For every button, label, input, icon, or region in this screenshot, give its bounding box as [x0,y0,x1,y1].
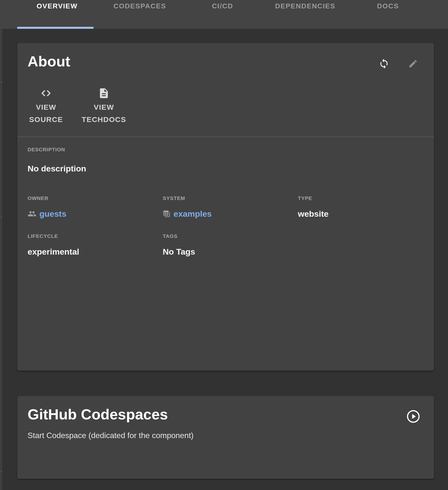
group-icon [28,209,36,218]
lifecycle-value: experimental [28,247,163,257]
sliver-divider [0,471,2,472]
description-label: DESCRIPTION [28,146,86,153]
about-card-actions [378,57,419,70]
table-icon [163,210,171,218]
entity-overview-content: About [0,29,448,490]
edit-pencil-icon [408,59,418,69]
entity-tab-bar: OVERVIEW CODESPACES CI/CD DEPENDENCIES D… [0,0,448,29]
description-section: DESCRIPTION No description [28,146,86,173]
tab-ci-cd[interactable]: CI/CD [181,0,264,29]
type-value: website [298,209,424,219]
tab-overview[interactable]: OVERVIEW [16,0,98,29]
tags-label: TAGS [163,233,298,239]
system-label: SYSTEM [163,195,298,201]
field-lifecycle: LIFECYCLE experimental [28,233,163,257]
tags-value: No Tags [163,247,298,257]
codespaces-card-title: GitHub Codespaces [28,406,168,423]
edit-button[interactable] [407,57,419,70]
tab-overview-label: OVERVIEW [37,2,78,29]
description-value: No description [28,164,86,173]
owner-label: OWNER [28,195,163,201]
field-tags: TAGS No Tags [163,233,298,257]
about-card: About [17,43,434,371]
start-codespace-button[interactable] [406,410,420,423]
lifecycle-label: LIFECYCLE [28,233,163,239]
view-techdocs-button[interactable]: VIEW TECHDOCS [80,87,128,126]
github-codespaces-card: GitHub Codespaces Start Codespace (dedic… [17,396,434,479]
active-tab-indicator [17,27,94,29]
system-value: examples [174,209,212,219]
about-card-title: About [28,53,70,70]
play-circle-icon [406,410,420,423]
sliver-divider [0,82,2,82]
tab-docs[interactable]: DOCS [347,0,429,29]
system-link[interactable]: examples [163,209,298,219]
sliver-divider [0,217,2,217]
code-icon [39,87,53,99]
owner-value: guests [39,209,66,219]
about-card-icon-links: VIEW SOURCE VIEW TECHDOCS [28,87,128,126]
about-card-divider [17,137,434,137]
about-fields-grid: OWNER guests SYSTEM [28,195,424,257]
type-label: TYPE [298,195,424,201]
refresh-button[interactable] [378,57,390,70]
tab-docs-label: DOCS [377,2,399,29]
field-type: TYPE website [298,195,424,219]
tab-codespaces[interactable]: CODESPACES [98,0,181,29]
tab-dependencies[interactable]: DEPENDENCIES [264,0,347,29]
tab-codespaces-label: CODESPACES [113,2,166,29]
view-techdocs-label: VIEW TECHDOCS [80,101,128,126]
document-icon [98,87,110,99]
field-owner: OWNER guests [28,195,163,219]
tab-ci-cd-label: CI/CD [212,2,233,29]
view-source-label: VIEW SOURCE [28,101,64,126]
left-edge-sliver [0,29,2,490]
refresh-icon [379,58,389,69]
codespaces-card-subtitle: Start Codespace (dedicated for the compo… [28,430,193,440]
field-system: SYSTEM examples [163,195,298,219]
tab-dependencies-label: DEPENDENCIES [275,2,336,29]
view-source-button[interactable]: VIEW SOURCE [28,87,64,126]
owner-link[interactable]: guests [28,209,163,219]
